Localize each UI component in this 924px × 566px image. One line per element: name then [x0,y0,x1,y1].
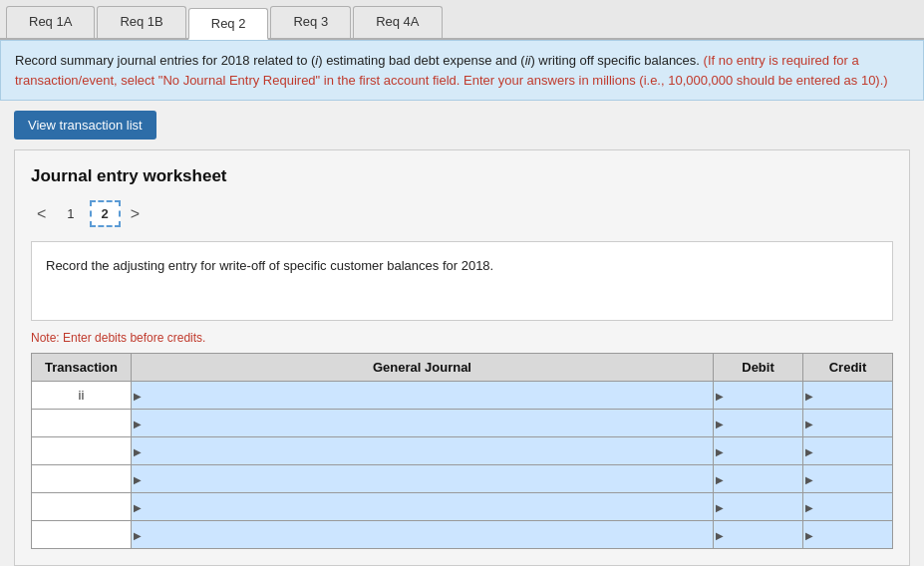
table-row: ▶ ▶ ▶ [32,465,893,493]
debit-input-1[interactable] [714,382,802,409]
credit-input-2[interactable] [803,410,892,436]
debit-cell-4: ▶ [714,465,803,493]
transaction-cell-6 [32,521,132,549]
note-text: Note: Enter debits before credits. [31,331,893,345]
journal-input-3[interactable] [132,437,713,464]
transaction-cell-5 [32,493,132,521]
credit-cell-6: ▶ [803,521,893,549]
credit-input-5[interactable] [803,493,892,520]
col-header-general-journal: General Journal [132,354,714,382]
tab-req1b[interactable]: Req 1B [97,6,185,38]
journal-cell-6: ▶ [132,521,714,549]
tab-req4a[interactable]: Req 4A [353,6,442,38]
debit-cell-1: ▶ [714,382,803,410]
transaction-cell-3 [32,437,132,465]
table-row: ▶ ▶ ▶ [32,493,893,521]
journal-cell-4: ▶ [132,465,714,493]
description-box: Record the adjusting entry for write-off… [31,241,893,321]
credit-cell-3: ▶ [803,437,893,465]
table-row: ii ▶ ▶ ▶ [32,382,893,410]
journal-cell-5: ▶ [132,493,714,521]
table-row: ▶ ▶ ▶ [32,437,893,465]
view-transaction-list-button[interactable]: View transaction list [14,111,156,140]
journal-cell-3: ▶ [132,437,714,465]
credit-cell-2: ▶ [803,410,893,437]
transaction-cell-2 [32,410,132,437]
worksheet-title: Journal entry worksheet [31,166,893,186]
journal-cell-1: ▶ [132,382,714,410]
credit-cell-4: ▶ [803,465,893,493]
debit-cell-3: ▶ [714,437,803,465]
info-box: Record summary journal entries for 2018 … [0,40,924,101]
debit-cell-2: ▶ [714,410,803,437]
debit-input-3[interactable] [714,437,802,464]
journal-table: Transaction General Journal Debit Credit… [31,353,893,549]
credit-input-4[interactable] [803,465,892,492]
journal-input-4[interactable] [132,465,713,492]
debit-cell-6: ▶ [714,521,803,549]
prev-page-arrow[interactable]: < [31,203,52,225]
debit-input-4[interactable] [714,465,802,492]
next-page-arrow[interactable]: > [125,203,146,225]
col-header-credit: Credit [803,354,893,382]
debit-input-2[interactable] [714,410,802,436]
page-2-button[interactable]: 2 [90,200,121,227]
tab-req2[interactable]: Req 2 [188,8,269,40]
col-header-debit: Debit [714,354,803,382]
credit-cell-1: ▶ [803,382,893,410]
journal-cell-2: ▶ [132,410,714,437]
credit-input-1[interactable] [803,382,892,409]
debit-input-6[interactable] [714,521,802,548]
transaction-cell-4 [32,465,132,493]
tab-req1a[interactable]: Req 1A [6,6,95,38]
debit-cell-5: ▶ [714,493,803,521]
table-row: ▶ ▶ ▶ [32,521,893,549]
credit-cell-5: ▶ [803,493,893,521]
journal-input-2[interactable] [132,410,713,436]
tab-req3[interactable]: Req 3 [270,6,351,38]
info-box-red-text: (If no entry is required for a transacti… [15,53,888,88]
transaction-cell-1: ii [32,382,132,410]
debit-input-5[interactable] [714,493,802,520]
tabs-bar: Req 1A Req 1B Req 2 Req 3 Req 4A [0,0,924,40]
pagination: < 1 2 > [31,200,893,227]
col-header-transaction: Transaction [32,354,132,382]
worksheet-container: Journal entry worksheet < 1 2 > Record t… [14,149,910,566]
journal-input-6[interactable] [132,521,713,548]
credit-input-6[interactable] [803,521,892,548]
journal-input-1[interactable] [132,382,713,409]
table-row: ▶ ▶ ▶ [32,410,893,437]
credit-input-3[interactable] [803,437,892,464]
page-1-button[interactable]: 1 [56,201,85,226]
journal-input-5[interactable] [132,493,713,520]
